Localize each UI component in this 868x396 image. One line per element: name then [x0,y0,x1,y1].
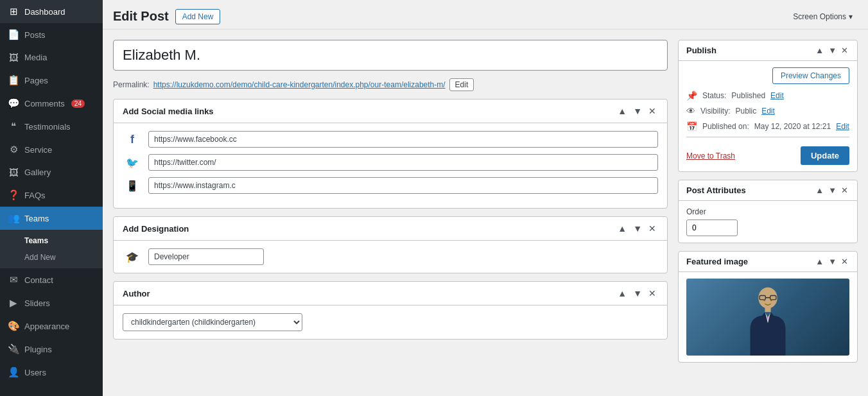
sidebar-item-comments[interactable]: 💬 Comments 24 [0,92,103,115]
sidebar-item-label: Pages [24,76,48,85]
sidebar-item-label: Sliders [24,298,50,308]
sidebar-item-gallery[interactable]: 🖼 Gallery [0,161,103,184]
status-value: Published [731,91,765,100]
sidebar-item-media[interactable]: 🖼 Media [0,46,103,69]
published-edit-link[interactable]: Edit [836,122,849,131]
sidebar-item-sliders[interactable]: ▶ Sliders [0,291,103,314]
sidebar-item-posts[interactable]: 📄 Posts [0,23,103,46]
sidebar-item-users[interactable]: 👤 Users [0,361,103,384]
sidebar-item-faqs[interactable]: ❓ FAQs [0,184,103,207]
left-column: Permalink: https://luzukdemo.com/demo/ch… [113,40,668,386]
designation-body: 🎓 [114,241,667,273]
author-expand-btn[interactable]: ▼ [631,288,644,298]
sidebar-sub-teams[interactable]: Teams [0,232,103,249]
sidebar-item-service[interactable]: ⚙ Service [0,138,103,161]
topbar-left: Edit Post Add New [113,4,220,29]
page-title: Edit Post [113,4,169,29]
sidebar-item-label: Comments [24,99,65,108]
designation-collapse-btn[interactable]: ▲ [616,223,629,234]
designation-close-btn[interactable]: ✕ [647,223,658,234]
publish-expand-btn[interactable]: ▼ [827,46,838,55]
author-title: Author [123,289,150,298]
post-attributes-expand-btn[interactable]: ▼ [827,185,838,195]
author-header[interactable]: Author ▲ ▼ ✕ [114,282,667,306]
post-attributes-metabox: Post Attributes ▲ ▼ ✕ Order [678,180,858,243]
update-button[interactable]: Update [801,146,849,165]
order-label: Order [686,207,849,216]
sidebar-item-testimonials[interactable]: ❝ Testimonials [0,115,103,138]
content-area: Permalink: https://luzukdemo.com/demo/ch… [103,30,868,396]
publish-collapse-btn[interactable]: ▲ [814,46,825,55]
publish-footer: Move to Trash Update [686,142,849,165]
visibility-edit-link[interactable]: Edit [761,107,775,116]
featured-image-expand-btn[interactable]: ▼ [827,257,838,266]
social-media-expand-btn[interactable]: ▼ [631,106,644,116]
status-label: Status: [702,91,726,100]
post-attributes-controls: ▲ ▼ ✕ [814,185,849,195]
post-attributes-collapse-btn[interactable]: ▲ [814,185,825,195]
screen-options-button[interactable]: Screen Options ▾ [788,10,858,24]
sliders-icon: ▶ [8,297,19,309]
designation-header[interactable]: Add Designation ▲ ▼ ✕ [114,217,667,241]
sidebar-item-pages[interactable]: 📋 Pages [0,69,103,92]
featured-image-thumbnail[interactable] [686,279,849,356]
status-row: 📌 Status: Published Edit [686,90,849,101]
twitter-icon: 🐦 [123,157,142,169]
featured-image-metabox: Featured image ▲ ▼ ✕ [678,251,858,363]
designation-input[interactable] [148,248,264,265]
sidebar-item-label: Contact [24,275,53,285]
post-attributes-close-btn[interactable]: ✕ [840,185,849,195]
edit-permalink-button[interactable]: Edit [449,78,474,91]
twitter-input[interactable] [148,154,658,171]
designation-row: 🎓 [123,248,658,265]
post-attributes-body: Order [679,201,857,243]
social-media-header[interactable]: Add Social media links ▲ ▼ ✕ [114,99,667,123]
add-new-button[interactable]: Add New [175,9,221,24]
dashboard-icon: ⊞ [8,6,19,17]
visibility-icon: 👁 [686,106,695,116]
designation-expand-btn[interactable]: ▼ [631,223,644,234]
comments-icon: 💬 [8,98,19,109]
published-label: Published on: [702,122,749,131]
featured-image-close-btn[interactable]: ✕ [840,257,849,266]
sidebar-item-label: Users [24,368,46,377]
author-body: childkindergarten (childkindergarten) [114,306,667,339]
sidebar-item-label: Teams [24,214,49,223]
post-title-input[interactable] [113,40,668,71]
author-collapse-btn[interactable]: ▲ [616,288,629,298]
media-icon: 🖼 [8,52,19,63]
facebook-icon: f [123,133,142,146]
publish-body: Preview Changes 📌 Status: Published Edit… [679,61,857,171]
publish-close-btn[interactable]: ✕ [840,46,849,55]
author-select[interactable]: childkindergarten (childkindergarten) [123,313,302,331]
facebook-input[interactable] [148,131,658,148]
publish-metabox: Publish ▲ ▼ ✕ Preview Changes 📌 Status: … [678,40,858,172]
designation-metabox: Add Designation ▲ ▼ ✕ 🎓 [113,216,668,273]
svg-point-6 [770,299,773,301]
featured-image-collapse-btn[interactable]: ▲ [814,257,825,266]
teams-submenu: Teams Add New [0,230,103,268]
sidebar-item-plugins[interactable]: 🔌 Plugins [0,338,103,361]
sidebar-item-label: Dashboard [24,7,65,17]
visibility-label: Visibility: [700,107,730,116]
permalink-url[interactable]: https://luzukdemo.com/demo/child-care-ki… [153,80,446,89]
author-close-btn[interactable]: ✕ [647,288,658,298]
status-edit-link[interactable]: Edit [770,91,784,100]
sidebar-item-teams[interactable]: 👥 Teams [0,207,103,230]
instagram-input[interactable] [148,177,658,194]
published-row: 📅 Published on: May 12, 2020 at 12:21 Ed… [686,121,849,132]
sidebar-item-dashboard[interactable]: ⊞ Dashboard [0,0,103,23]
status-icon: 📌 [686,90,697,101]
sidebar: ⊞ Dashboard 📄 Posts 🖼 Media 📋 Pages 💬 Co… [0,0,103,396]
sidebar-item-contact[interactable]: ✉ Contact [0,268,103,291]
right-column: Publish ▲ ▼ ✕ Preview Changes 📌 Status: … [678,40,858,386]
featured-image-header: Featured image ▲ ▼ ✕ [679,252,857,272]
social-media-collapse-btn[interactable]: ▲ [616,106,629,116]
preview-changes-button[interactable]: Preview Changes [772,67,849,84]
move-to-trash-button[interactable]: Move to Trash [686,151,735,160]
social-media-close-btn[interactable]: ✕ [647,106,658,116]
sidebar-item-appearance[interactable]: 🎨 Appearance [0,314,103,338]
sidebar-sub-add-new[interactable]: Add New [0,249,103,266]
sidebar-item-label: Posts [24,30,46,40]
order-input[interactable] [686,220,738,236]
